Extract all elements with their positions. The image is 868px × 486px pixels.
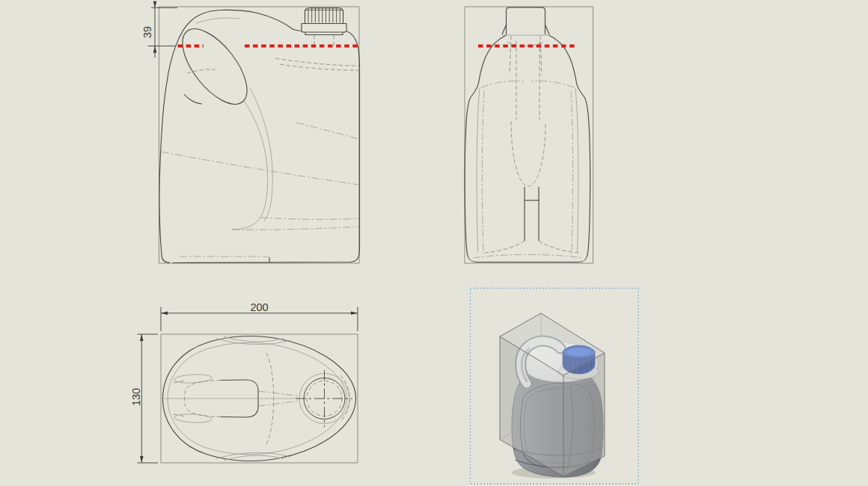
- dim39-value[interactable]: 39: [141, 26, 153, 38]
- viewport-background: [0, 0, 868, 486]
- dim200-value[interactable]: 200: [250, 301, 268, 313]
- dim130-value[interactable]: 130: [130, 388, 142, 406]
- drawing-canvas[interactable]: 39 200 130: [0, 0, 868, 486]
